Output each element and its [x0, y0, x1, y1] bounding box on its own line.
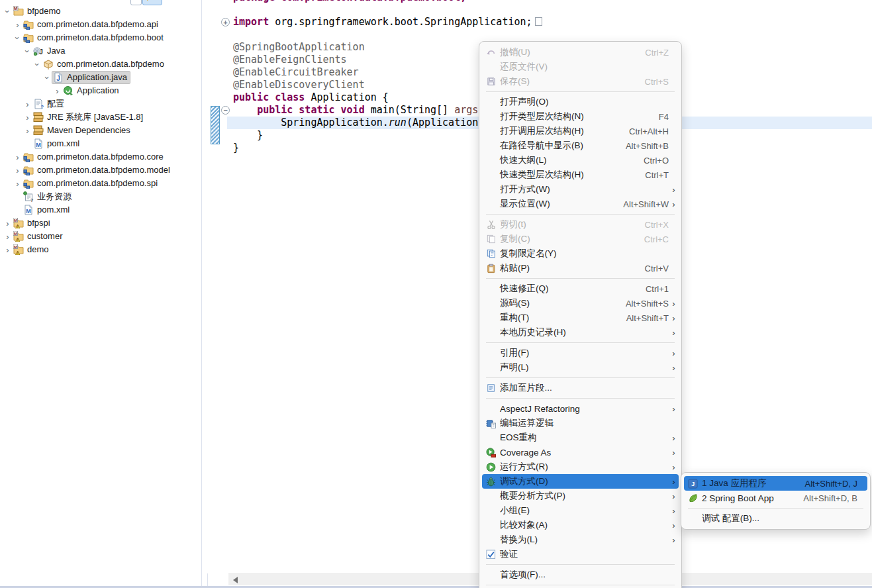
tree-item-config[interactable]: ›?配置	[0, 97, 173, 111]
collapse-arrow-icon[interactable]: ›	[3, 232, 13, 241]
collapse-arrow-icon[interactable]: ›	[13, 21, 23, 29]
tree-item-spi[interactable]: ›com.primeton.data.bfpdemo.spi	[0, 177, 173, 190]
tree-item-content[interactable]: ?业务资源	[23, 191, 74, 203]
tree-item-java[interactable]: ›JJava	[0, 44, 173, 58]
tree-item-bfpspi[interactable]: ›M!bfpspi	[0, 217, 173, 230]
collapse-arrow-icon[interactable]: ›	[23, 100, 32, 109]
tree-item-biz-resource[interactable]: ?业务资源	[0, 190, 173, 203]
menu-item-open-with[interactable]: 打开方式(W)›	[482, 182, 679, 197]
tree-item-application-class[interactable]: ›Application	[0, 84, 173, 97]
tree-item-jre[interactable]: ›JRE 系统库 [JavaSE-1.8]	[0, 111, 173, 124]
collapse-arrow-icon[interactable]: ›	[52, 87, 62, 95]
collapse-arrow-icon[interactable]: ›	[3, 246, 13, 254]
collapse-arrow-icon[interactable]: ›	[23, 126, 32, 135]
tree-item-content[interactable]: Mpom.xml	[23, 204, 72, 216]
menu-item-paste[interactable]: 粘贴(P)Ctrl+V	[482, 261, 679, 275]
tree-item-pom-root[interactable]: Mpom.xml	[0, 203, 173, 217]
collapse-arrow-icon[interactable]: ›	[13, 166, 23, 175]
menu-item-refactor[interactable]: 重构(T)Alt+Shift+T›	[482, 311, 679, 325]
menu-item-debug-configurations[interactable]: 调试 配置(B)...	[684, 511, 867, 526]
menu-item-open-call-hierarchy[interactable]: 打开调用层次结构(H)Ctrl+Alt+H	[482, 124, 679, 138]
tree-item-content[interactable]: JJava	[32, 45, 68, 57]
tree-item-boot[interactable]: ›com.primeton.data.bfpdemo.boot	[0, 31, 173, 44]
code-line[interactable]: @EnableFeignClients	[233, 54, 347, 66]
tree-item-content[interactable]: com.primeton.data.bfpdemo.api	[23, 19, 161, 30]
scroll-left-icon[interactable]	[233, 577, 238, 583]
menu-item-eos-refactor[interactable]: EOS重构›	[482, 430, 679, 445]
tree-item-demo[interactable]: ›M!demo	[0, 243, 173, 256]
menu-item-validate[interactable]: 验证	[482, 547, 679, 562]
tree-item-content[interactable]: com.primeton.data.bfpdemo.spi	[23, 177, 160, 189]
tree-item-content[interactable]: JRE 系统库 [JavaSE-1.8]	[32, 111, 146, 123]
tree-item-package[interactable]: ›com.primeton.data.bfpdemo	[0, 58, 173, 71]
menu-item-preferences[interactable]: 首选项(F)...	[482, 567, 679, 582]
code-line[interactable]: public class Application {	[233, 91, 389, 104]
tree-item-content[interactable]: Application	[62, 85, 122, 97]
code-line[interactable]: public static void main(String[] args) {	[233, 104, 496, 117]
menu-item-open-declaration[interactable]: 打开声明(O)	[482, 95, 679, 109]
code-line[interactable]: @SpringBootApplication	[233, 41, 365, 54]
code-line[interactable]: }	[233, 129, 263, 142]
menu-item-quick-type-hierarchy[interactable]: 快速类型层次结构(H)Ctrl+T	[482, 168, 679, 182]
expand-arrow-icon[interactable]: ›	[3, 7, 12, 17]
tree-item-content[interactable]: M!customer	[13, 230, 65, 242]
menu-item-java-application[interactable]: J1 Java 应用程序Alt+Shift+D, J	[684, 476, 867, 491]
code-line[interactable]: }	[233, 142, 239, 154]
menu-item-show-in[interactable]: 显示位置(W)Alt+Shift+W›	[482, 197, 679, 211]
tree-item-core[interactable]: ›com.primeton.data.bfpdemo.core	[0, 150, 173, 164]
menu-item-edit-logic[interactable]: 编辑运算逻辑	[482, 416, 679, 430]
collapse-arrow-icon[interactable]: ›	[3, 219, 13, 228]
tree-item-content[interactable]: com.primeton.data.bfpdemo	[42, 58, 167, 70]
tree-item-content[interactable]: Maven Dependencies	[32, 124, 133, 136]
tree-item-content[interactable]: JApplication.java	[52, 72, 130, 83]
tree-item-application-java[interactable]: ›JApplication.java	[0, 71, 173, 84]
code-line[interactable]: import org.springframework.boot.SpringAp…	[233, 16, 542, 28]
menu-item-profile-as[interactable]: 概要分析方式(P)›	[482, 489, 679, 503]
tree-item-content[interactable]: M!demo	[13, 244, 52, 256]
menu-item-aspectj-refactoring[interactable]: AspectJ Refactoring›	[482, 401, 679, 416]
tree-item-content[interactable]: com.primeton.data.bfpdemo.boot	[23, 32, 166, 44]
menu-item-replace-with[interactable]: 替换为(L)›	[482, 532, 679, 547]
menu-item-coverage-as[interactable]: Coverage As›	[482, 445, 679, 460]
menu-item-add-to-snippets[interactable]: 添加至片段...	[482, 381, 679, 395]
menu-item-copy-qualified-name[interactable]: 复制限定名(Y)	[482, 246, 679, 261]
menu-item-source[interactable]: 源码(S)Alt+Shift+S›	[482, 296, 679, 311]
tree-item-content[interactable]: com.primeton.data.bfpdemo.model	[23, 164, 173, 176]
tree-item-api[interactable]: ›com.primeton.data.bfpdemo.api	[0, 18, 173, 31]
menu-item-run-as[interactable]: 运行方式(R)›	[482, 460, 679, 474]
expand-arrow-icon[interactable]: ›	[23, 46, 32, 56]
code-line[interactable]: package com.primeton.data.bfpdemo.boot;	[233, 0, 466, 4]
tree-item-bfpdemo[interactable]: ›Mbfpdemo	[0, 5, 173, 18]
tree-item-model[interactable]: ›com.primeton.data.bfpdemo.model	[0, 164, 173, 177]
menu-item-quick-outline[interactable]: 快速大纲(L)Ctrl+O	[482, 153, 679, 168]
tree-item-content[interactable]: M!bfpspi	[13, 217, 53, 229]
tree-item-pom-boot[interactable]: Mpom.xml	[0, 137, 173, 150]
menu-item-spring-boot-app[interactable]: 2 Spring Boot AppAlt+Shift+D, B	[684, 491, 867, 505]
menu-item-compare-with[interactable]: 比较对象(A)›	[482, 518, 679, 532]
tree-item-customer[interactable]: ›M!customer	[0, 230, 173, 243]
code-line[interactable]: @EnableDiscoveryClient	[233, 79, 365, 91]
tree-item-content[interactable]: ?配置	[32, 98, 67, 110]
expand-arrow-icon[interactable]: ›	[33, 60, 42, 70]
fold-expand-icon[interactable]: +	[221, 18, 230, 26]
menu-item-references[interactable]: 引用(F)›	[482, 346, 679, 360]
menu-item-quick-fix[interactable]: 快速修正(Q)Ctrl+1	[482, 281, 679, 296]
menu-item-debug-as[interactable]: 调试方式(D)›	[482, 474, 679, 489]
collapse-arrow-icon[interactable]: ›	[13, 153, 23, 162]
tree-item-content[interactable]: Mbfpdemo	[13, 5, 64, 17]
code-line[interactable]: @EnableCircuitBreaker	[233, 66, 359, 79]
expand-arrow-icon[interactable]: ›	[43, 73, 52, 83]
menu-item-team[interactable]: 小组(E)›	[482, 503, 679, 518]
menu-item-show-in-breadcrumb[interactable]: 在路径导航中显示(B)Alt+Shift+B	[482, 138, 679, 153]
menu-item-declarations[interactable]: 声明(L)›	[482, 360, 679, 375]
tree-item-content[interactable]: com.primeton.data.bfpdemo.core	[23, 151, 166, 163]
folded-region-icon[interactable]	[535, 17, 542, 26]
fold-collapse-icon[interactable]: −	[221, 106, 230, 115]
expand-arrow-icon[interactable]: ›	[13, 33, 22, 43]
collapse-arrow-icon[interactable]: ›	[23, 113, 32, 122]
tree-item-content[interactable]: Mpom.xml	[32, 138, 82, 150]
tree-item-maven-deps[interactable]: ›Maven Dependencies	[0, 124, 173, 137]
collapse-arrow-icon[interactable]: ›	[13, 179, 23, 188]
menu-item-open-type-hierarchy[interactable]: 打开类型层次结构(N)F4	[482, 109, 679, 124]
menu-item-local-history[interactable]: 本地历史记录(H)›	[482, 325, 679, 340]
